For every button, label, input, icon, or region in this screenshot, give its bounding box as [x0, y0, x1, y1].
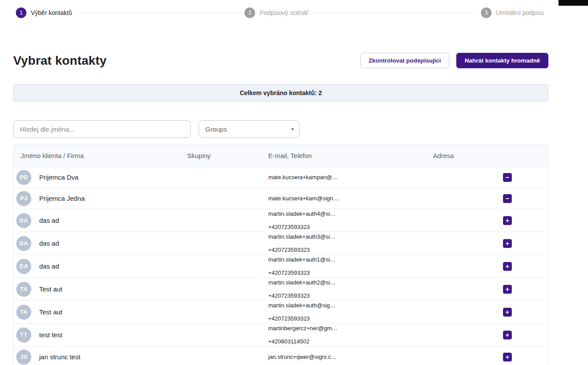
contact-email: martinbergercz+ner@gm…: [268, 324, 433, 332]
stepper-connector: [78, 13, 238, 13]
contact-name-cell: JS jan strunc test: [14, 350, 187, 365]
contact-phone: +420723593323: [268, 291, 433, 300]
contact-phone: +420723593323: [268, 314, 433, 323]
contact-email-cell: martin.sladek+auth2@si… +420723593323: [268, 278, 433, 300]
table-row: JS jan strunc test jan.strunc+qwer@signi…: [14, 347, 548, 365]
table-row: DA das ad martin.sladek+auth4@si… +42072…: [14, 209, 548, 232]
contact-name: Test aut: [39, 285, 63, 293]
contact-name: Test aut: [39, 308, 63, 316]
top-right-black-bar: [558, 0, 588, 6]
stepper-connector: [314, 13, 475, 13]
contact-name: test test: [39, 331, 63, 339]
step-label: Výběr kontaktů: [31, 9, 72, 16]
filters-row: Groups ▾: [13, 120, 548, 138]
add-contact-button[interactable]: +: [503, 285, 512, 294]
table-row: PJ Prijemca Jedna mate.kucsera+kam@sign……: [14, 188, 548, 209]
avatar: DA: [16, 213, 31, 228]
contact-email-cell: martin.sladek+auth@sig… +420723593323: [268, 301, 433, 323]
step-signature-placement[interactable]: 3 Umístění podpisu: [481, 7, 544, 18]
step-number-badge: 2: [244, 7, 255, 18]
contact-email-cell: mate.kucsera+kampan@…: [268, 173, 433, 181]
chevron-down-icon: ▾: [291, 126, 294, 132]
avatar: TT: [16, 328, 31, 343]
avatar: TA: [16, 305, 31, 320]
add-contact-button[interactable]: +: [503, 216, 512, 225]
contact-email: martin.sladek+auth@sig…: [268, 301, 433, 310]
add-contact-button[interactable]: +: [503, 353, 512, 361]
contact-name-cell: DA das ad: [14, 259, 187, 274]
contact-name: Prijemca Dva: [39, 173, 78, 181]
page-title: Vybrat kontakty: [13, 54, 107, 68]
contact-selection-page: 1 Výběr kontaktů 2 Podpisový scénář 3 Um…: [0, 0, 588, 365]
selected-contacts-banner: Celkem vybráno kontaktů: 2: [13, 84, 548, 102]
avatar: TA: [16, 282, 31, 297]
remove-contact-button[interactable]: −: [503, 194, 512, 203]
bulk-upload-contacts-button[interactable]: Nahrát kontakty hromadně: [456, 53, 548, 68]
contact-phone: +420603114502: [268, 337, 433, 346]
contact-email: mate.kucsera+kampan@…: [268, 173, 433, 181]
contact-name: Prijemca Jedna: [39, 195, 85, 202]
contact-name-cell: PD Prijemca Dva: [14, 170, 187, 185]
step-signing-scenario[interactable]: 2 Podpisový scénář: [244, 7, 308, 18]
avatar: PD: [16, 170, 31, 185]
table-row: DA das ad martin.sladek+auth1@si… +42072…: [14, 255, 548, 278]
contact-phone: +420723593323: [268, 223, 433, 231]
avatar: DA: [16, 259, 31, 274]
add-contact-button[interactable]: +: [503, 239, 512, 248]
contact-name-cell: DA das ad: [14, 236, 187, 251]
contact-name-cell: TA Test aut: [14, 305, 187, 320]
step-number-badge: 1: [16, 7, 26, 18]
title-row: Vybrat kontakty Zkontrolovat podepisujic…: [13, 53, 548, 68]
contact-name-cell: PJ Prijemca Jedna: [14, 191, 187, 206]
remove-contact-button[interactable]: −: [503, 173, 512, 182]
column-header-name: Jméno klienta / Firma: [14, 152, 187, 159]
step-select-contacts[interactable]: 1 Výběr kontaktů: [16, 7, 72, 18]
contact-table-body: PD Prijemca Dva mate.kucsera+kampan@… − …: [14, 167, 548, 365]
groups-dropdown[interactable]: Groups ▾: [199, 120, 300, 138]
avatar: JS: [16, 350, 31, 365]
search-input[interactable]: [13, 120, 191, 138]
table-row: TA Test aut martin.sladek+auth@sig… +420…: [14, 301, 548, 324]
add-contact-button[interactable]: +: [503, 262, 512, 271]
title-buttons: Zkontrolovat podepisujici Nahrát kontakt…: [360, 53, 548, 68]
add-contact-button[interactable]: +: [503, 308, 512, 317]
contact-email: martin.sladek+auth1@si…: [268, 255, 433, 264]
contact-name: das ad: [39, 262, 59, 270]
contact-phone: +420723593323: [268, 269, 433, 277]
contact-name: jan strunc test: [39, 353, 80, 361]
contact-email-cell: jan.strunc+qwer@signi.c…: [268, 353, 433, 361]
column-header-address: Adresa: [433, 152, 503, 159]
contact-phone: +420723593323: [268, 246, 433, 254]
contact-name: das ad: [39, 217, 59, 224]
contacts-table: Jméno klienta / Firma Skupiny E-mail, Te…: [13, 144, 548, 365]
contact-email-cell: mate.kucsera+kam@sign…: [268, 194, 433, 203]
main-content: Vybrat kontakty Zkontrolovat podepisujic…: [13, 53, 548, 365]
contacts-table-header: Jméno klienta / Firma Skupiny E-mail, Te…: [14, 145, 548, 167]
contact-email-cell: martin.sladek+auth1@si… +420723593323: [268, 255, 433, 277]
table-row: TT test test martinbergercz+ner@gm… +420…: [14, 324, 548, 347]
column-header-email: E-mail, Telefon: [268, 152, 433, 159]
selected-contacts-text: Celkem vybráno kontaktů: 2: [240, 89, 322, 96]
table-row: PD Prijemca Dva mate.kucsera+kampan@… −: [14, 167, 548, 188]
contact-email-cell: martin.sladek+auth3@si… +420723593323: [268, 232, 433, 254]
contact-email: martin.sladek+auth3@si…: [268, 232, 433, 241]
groups-dropdown-label: Groups: [205, 125, 227, 133]
contact-email-cell: martin.sladek+auth4@si… +420723593323: [268, 210, 433, 231]
table-row: DA das ad martin.sladek+auth3@si… +42072…: [14, 232, 548, 255]
check-signers-button[interactable]: Zkontrolovat podepisujici: [360, 53, 449, 68]
wizard-stepper: 1 Výběr kontaktů 2 Podpisový scénář 3 Um…: [0, 0, 588, 26]
contact-email-cell: martinbergercz+ner@gm… +420603114502: [268, 324, 433, 346]
contact-name: das ad: [39, 240, 59, 247]
avatar: PJ: [16, 191, 31, 206]
step-label: Umístění podpisu: [496, 9, 544, 16]
contact-email: martin.sladek+auth4@si…: [268, 210, 433, 218]
contact-email: martin.sladek+auth2@si…: [268, 278, 433, 287]
column-header-groups: Skupiny: [187, 152, 268, 159]
add-contact-button[interactable]: +: [503, 331, 512, 339]
step-label: Podpisový scénář: [259, 9, 308, 16]
table-row: TA Test aut martin.sladek+auth2@si… +420…: [14, 278, 548, 301]
avatar: DA: [16, 236, 31, 251]
contact-name-cell: TT test test: [14, 328, 187, 343]
contact-name-cell: TA Test aut: [14, 282, 187, 297]
contact-name-cell: DA das ad: [14, 213, 187, 228]
